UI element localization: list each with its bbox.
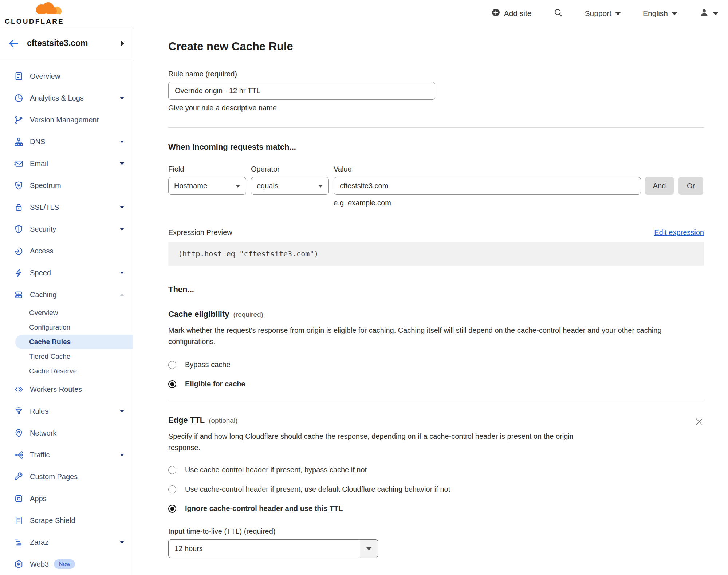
caching-submenu: Overview Configuration Cache Rules Tiere… [0, 306, 133, 378]
sidebar-item-web3[interactable]: Web3 New [0, 553, 133, 575]
sidebar-item-label: Apps [30, 495, 124, 503]
sidebar-item-label: Version Management [30, 116, 124, 124]
sidebar-item-label: Traffic [30, 451, 120, 459]
language-label: English [643, 9, 668, 18]
sidebar-item-label: SSL/TLS [30, 203, 120, 212]
sidebar-subitem-tiered-cache[interactable]: Tiered Cache [0, 349, 133, 364]
wrench-icon [14, 472, 24, 482]
branch-icon [14, 115, 24, 125]
sidebar-subitem-cache-rules[interactable]: Cache Rules [15, 335, 133, 349]
radio-use-header-default[interactable]: Use cache-control header if present, use… [168, 485, 704, 493]
sidebar-item-ssl-tls[interactable]: SSL/TLS [0, 196, 133, 218]
sidebar-item-label: Custom Pages [30, 473, 124, 481]
divider [168, 401, 704, 401]
sidebar-item-apps[interactable]: Apps [0, 488, 133, 509]
sidebar-subitem-configuration[interactable]: Configuration [0, 320, 133, 335]
radio-use-header-bypass[interactable]: Use cache-control header if present, byp… [168, 466, 704, 474]
cloudflare-logo[interactable]: CLOUDFLARE [7, 2, 64, 25]
cache-eligibility-heading: Cache eligibility (required) [168, 310, 704, 319]
rule-name-help: Give your rule a descriptive name. [168, 104, 704, 112]
ttl-select[interactable]: 12 hours [168, 539, 378, 558]
share-nodes-icon [14, 450, 24, 460]
sidebar-subitem-overview[interactable]: Overview [0, 306, 133, 320]
operator-select[interactable]: equals [251, 177, 329, 195]
sidebar-item-security[interactable]: Security [0, 218, 133, 240]
radio-ignore-header-use-ttl[interactable]: Ignore cache-control header and use this… [168, 504, 704, 513]
support-menu[interactable]: Support [585, 9, 621, 18]
sidebar-item-overview[interactable]: Overview [0, 65, 133, 87]
field-select[interactable]: Hostname [168, 177, 246, 195]
lightning-icon [14, 268, 24, 278]
sidebar-item-email[interactable]: Email [0, 153, 133, 174]
chevron-down-icon [120, 206, 124, 209]
expression-preview-label: Expression Preview [168, 228, 232, 237]
edit-expression-link[interactable]: Edit expression [654, 228, 704, 237]
sidebar-item-network[interactable]: Network [0, 422, 133, 444]
sidebar-item-label: Analytics & Logs [30, 94, 120, 102]
sidebar-item-spectrum[interactable]: Spectrum [0, 174, 133, 196]
ttl-label: Input time-to-live (TTL) (required) [168, 527, 704, 536]
bars-icon [14, 537, 24, 547]
radio-label: Bypass cache [185, 361, 231, 369]
hierarchy-icon [14, 137, 24, 147]
funnel-icon [14, 406, 24, 416]
sidebar-item-traffic[interactable]: Traffic [0, 444, 133, 466]
value-help: e.g. example.com [334, 199, 704, 207]
sidebar-subitem-cache-reserve[interactable]: Cache Reserve [0, 364, 133, 378]
radio-label: Use cache-control header if present, byp… [185, 466, 367, 474]
close-icon[interactable] [694, 417, 704, 428]
login-icon [14, 246, 24, 256]
chevron-down-icon [120, 162, 124, 165]
edge-ttl-description: Specify if and how long Cloudflare shoul… [168, 431, 598, 453]
sidebar-item-label: Scrape Shield [30, 516, 124, 525]
sidebar-item-speed[interactable]: Speed [0, 262, 133, 284]
radio-unchecked-icon [168, 485, 176, 493]
chevron-down-icon [120, 454, 124, 456]
sidebar-item-scrape-shield[interactable]: Scrape Shield [0, 509, 133, 531]
value-input[interactable] [334, 177, 641, 195]
search-icon[interactable] [554, 8, 563, 19]
cloudflare-wordmark: CLOUDFLARE [5, 17, 64, 25]
rule-name-label: Rule name (required) [168, 70, 704, 78]
cache-eligibility-title: Cache eligibility [168, 310, 229, 319]
chevron-down-icon [672, 12, 677, 15]
sidebar-item-dns[interactable]: DNS [0, 131, 133, 153]
sidebar-item-version-management[interactable]: Version Management [0, 109, 133, 131]
and-button[interactable]: And [645, 177, 674, 195]
expression-code: (http.host eq "cftestsite3.com") [168, 242, 704, 266]
radio-eligible-for-cache[interactable]: Eligible for cache [168, 380, 704, 388]
back-arrow-icon[interactable] [8, 38, 19, 49]
account-menu[interactable] [699, 8, 719, 19]
sidebar-subitem-label: Overview [29, 309, 58, 317]
radio-bypass-cache[interactable]: Bypass cache [168, 361, 704, 369]
sidebar-item-custom-pages[interactable]: Custom Pages [0, 466, 133, 488]
sidebar-item-label: Zaraz [30, 538, 120, 547]
radio-label: Eligible for cache [185, 380, 245, 388]
server-stack-icon [14, 290, 24, 300]
sidebar-item-zaraz[interactable]: Zaraz [0, 531, 133, 553]
sidebar-item-label: Security [30, 225, 120, 233]
sidebar-item-rules[interactable]: Rules [0, 400, 133, 422]
field-label: Field [168, 165, 251, 173]
user-icon [699, 8, 709, 19]
plus-circle-icon [491, 8, 500, 19]
sidebar-subitem-label: Cache Reserve [29, 367, 77, 375]
sidebar-item-workers-routes[interactable]: Workers Routes [0, 378, 133, 400]
site-name: cftestsite3.com [27, 38, 121, 48]
app-square-icon [14, 494, 24, 504]
chevron-right-icon[interactable] [121, 41, 124, 46]
sidebar-item-access[interactable]: Access [0, 240, 133, 262]
rule-name-input[interactable] [168, 82, 435, 100]
shield-asterisk-icon [14, 181, 24, 190]
sidebar-item-label: Workers Routes [30, 385, 124, 394]
sidebar-item-caching[interactable]: Caching [0, 284, 133, 306]
sidebar-item-analytics-logs[interactable]: Analytics & Logs [0, 87, 133, 109]
sidebar-item-label: Network [30, 429, 124, 437]
radio-checked-icon [168, 380, 176, 388]
chevron-down-icon [120, 410, 124, 413]
or-button[interactable]: Or [678, 177, 703, 195]
chevron-down-icon [120, 97, 124, 99]
optional-tag: (optional) [209, 417, 237, 425]
add-site-button[interactable]: Add site [491, 8, 532, 19]
language-menu[interactable]: English [643, 9, 677, 18]
